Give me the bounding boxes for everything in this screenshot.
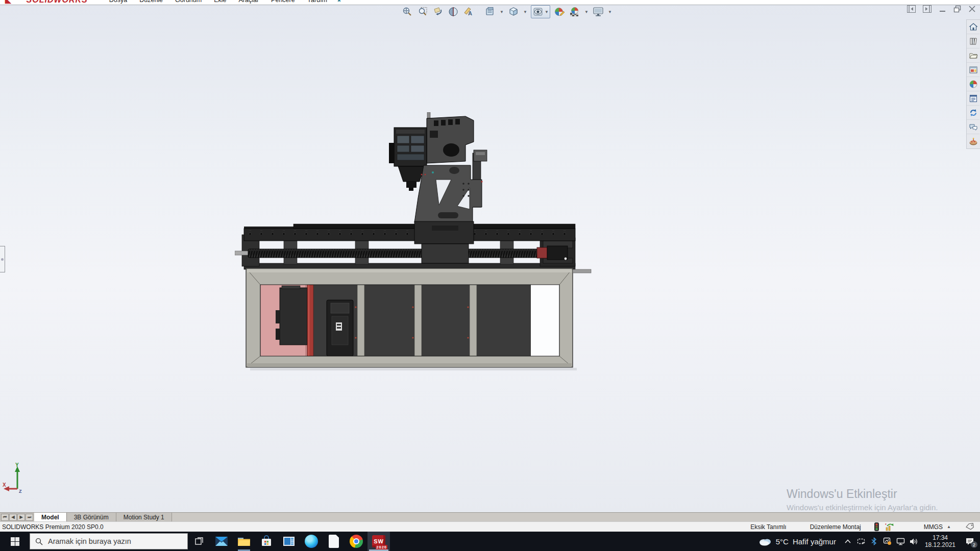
hide-show-items-button[interactable] [484,6,496,18]
notepad-icon [329,535,339,548]
cnc-assembly-model[interactable] [235,112,597,372]
menu-duzenle[interactable]: Düzenle [139,0,163,4]
display-style-caret[interactable]: ▼ [544,6,549,18]
weather-widget[interactable]: 5°C Hafif yağmur [753,537,841,546]
windows-activation-watermark: Windows'u Etkinleştir Windows'u etkinleş… [787,487,938,512]
window-controls [907,5,976,13]
menu-gorunum[interactable]: Görünüm [175,0,202,4]
properties-form-icon [969,94,978,103]
comments-tab[interactable] [967,120,979,134]
tab-scroll-next-button[interactable]: ▶ [17,514,25,521]
svg-text:Y: Y [15,462,19,468]
configuration-tab-bar: ⏮ ◀ ▶ ⏭ Model 3B Görünüm Motion Study 1 [0,512,980,521]
rebuild-icon[interactable]: * [885,523,894,531]
status-version: SOLIDWORKS Premium 2020 SP0.0 [2,523,104,531]
traffic-light-icon[interactable] [874,522,879,531]
svg-text:Z: Z [19,489,22,494]
close-button[interactable] [968,5,976,13]
weather-cloud-icon [758,537,772,546]
edge-icon [305,535,318,548]
view-orientation-caret[interactable]: ▼ [523,6,528,18]
design-library-tab[interactable] [967,48,979,63]
tray-network-button[interactable] [894,532,908,551]
action-center-button[interactable]: 2 [960,532,980,551]
hide-show-caret[interactable]: ▼ [499,6,504,18]
menu-dosya[interactable]: Dosya [109,0,127,4]
solidworks-app-icon: SW 2020 [372,535,385,547]
restore-button[interactable] [953,5,961,13]
menu-ekle[interactable]: Ekle [214,0,226,4]
comments-icon [969,122,978,132]
taskbar-app-photos[interactable] [278,532,300,551]
appearances-scenes-tab[interactable] [967,77,979,91]
minimize-button[interactable] [939,5,946,13]
tray-snip-button[interactable] [854,532,868,551]
taskbar-search-box[interactable]: Aramak için buraya yazın [30,533,188,549]
previous-view-button[interactable] [432,6,444,18]
view-settings-caret[interactable]: ▼ [607,6,612,18]
edit-appearance-button[interactable] [553,6,566,18]
taskbar-clock[interactable]: 17:34 18.12.2021 [921,534,960,548]
home-tab[interactable] [967,20,979,34]
taskbar-app-store[interactable] [255,532,278,551]
base-cabinet [246,268,591,370]
units-caret-icon[interactable]: ▲ [947,524,951,529]
solidworks-addins-tab[interactable] [967,134,979,148]
watermark-subtitle: Windows'u etkinleştirmek için Ayarlar'a … [787,503,938,512]
tab-3d-view[interactable]: 3B Görünüm [67,513,116,521]
taskbar-app-chrome[interactable] [345,532,368,551]
tab-scroll-last-button[interactable]: ⏭ [26,514,33,521]
taskbar-app-file-explorer[interactable] [233,532,255,551]
pin-toolbar-icon[interactable]: ★ [336,0,342,4]
sync-arrows-icon [969,108,978,117]
svg-text:A: A [468,10,472,16]
tray-security-button[interactable] [881,532,894,551]
notification-count-badge: 2 [971,541,977,548]
solidworks-resources-tab[interactable] [967,34,979,48]
windows-logo-icon [11,537,19,546]
taskbar-app-solidworks[interactable]: SW 2020 [368,532,390,551]
tab-model[interactable]: Model [34,513,67,521]
task-view-button[interactable] [188,532,210,551]
tray-expand-button[interactable] [841,532,854,551]
watermark-title: Windows'u Etkinleştir [787,487,938,501]
menu-pencere[interactable]: Pencere [271,0,295,4]
windows-taskbar: Aramak için buraya yazın SW 2020 5°C Haf… [0,532,980,551]
tab-motion-study[interactable]: Motion Study 1 [116,513,172,521]
snip-icon [857,538,865,545]
view-settings-button[interactable] [592,6,604,18]
section-view-button[interactable] [447,6,459,18]
feature-tree-collapsed-tab[interactable] [0,246,5,272]
menu-yardim[interactable]: Yardım [307,0,327,4]
start-button[interactable] [0,532,30,551]
tray-bluetooth-button[interactable] [868,532,881,551]
view-palette-tab[interactable] [967,63,979,77]
tab-motion-study-label: Motion Study 1 [124,514,164,521]
mail-icon [215,536,228,547]
taskbar-app-edge[interactable] [300,532,323,551]
zoom-to-area-button[interactable] [416,6,429,18]
solidworks-connect-tab[interactable] [967,106,979,120]
tag-icon[interactable] [965,523,975,531]
taskbar-app-mail[interactable] [210,532,233,551]
view-orientation-button[interactable] [507,6,520,18]
apply-scene-caret[interactable]: ▼ [584,6,589,18]
collapse-pane-right-button[interactable] [923,5,932,13]
zoom-to-fit-button[interactable] [401,6,413,18]
collapse-pane-left-button[interactable] [907,5,916,13]
task-view-icon [194,537,204,546]
display-style-button[interactable] [532,6,544,18]
dynamic-annotation-button[interactable]: A [462,6,475,18]
status-units[interactable]: MMGS [924,523,943,531]
menu-araclar[interactable]: Araçlar [239,0,259,4]
apply-scene-button[interactable] [569,6,581,18]
svg-text:*: * [885,523,887,527]
tab-scroll-first-button[interactable]: ⏮ [1,514,9,521]
custom-properties-tab[interactable] [967,91,979,106]
graphics-viewport[interactable]: Y X Z Windows'u Etkinleştir Windows'u et… [0,5,980,512]
tray-volume-button[interactable] [908,532,921,551]
taskbar-app-notepad[interactable] [323,532,345,551]
tab-scroll-prev-button[interactable]: ◀ [9,514,17,521]
file-explorer-icon [237,536,251,547]
books-icon [969,37,978,46]
